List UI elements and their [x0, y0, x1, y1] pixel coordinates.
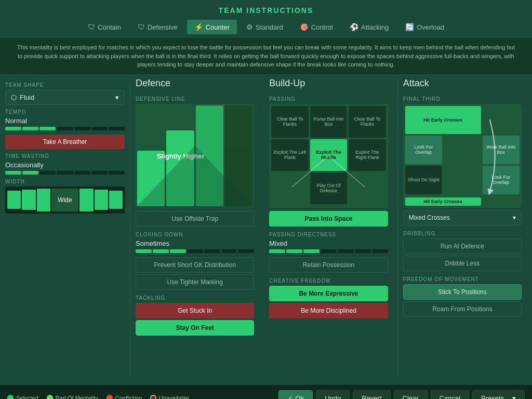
tab-control[interactable]: 🎯 Control — [292, 20, 340, 34]
retain-possession-button[interactable]: Retain Possession — [269, 257, 388, 273]
tab-standard-label: Standard — [256, 23, 283, 31]
passing-directness-value: Mixed — [269, 240, 388, 247]
defence-title: Defence — [136, 78, 254, 91]
presets-arrow-icon: ▾ — [512, 394, 516, 400]
cd-notch-1 — [136, 249, 152, 253]
ok-label: Ok — [296, 394, 304, 400]
width-strip-4 — [79, 189, 93, 211]
closing-down-label: CLOSING DOWN — [136, 232, 254, 237]
time-wasting-label: TIME WASTING — [5, 153, 125, 159]
defensive-line-diagram: Slightly Higher — [136, 104, 254, 208]
time-wasting-slider[interactable] — [5, 171, 125, 175]
pass-cell-clear-ball-right[interactable]: Clear Ball To Flanks — [349, 106, 385, 138]
defence-column: Defence DEFENSIVE LINE Slightly Higher U… — [130, 78, 259, 380]
freedom-of-movement-label: FREEDOM OF MOVEMENT — [403, 276, 522, 282]
tab-standard[interactable]: ⚙ Standard — [239, 20, 290, 34]
attack-diagram: Hit Early Crosses Look For Overlap Work … — [403, 104, 522, 208]
tab-overload[interactable]: 🔄 Overload — [398, 20, 451, 34]
mixed-crosses-arrow-icon: ▾ — [513, 214, 516, 221]
clear-button[interactable]: Clear — [394, 390, 428, 400]
tab-attacking[interactable]: ⚽ Attacking — [342, 20, 396, 34]
passing-directness-slider[interactable] — [269, 249, 388, 253]
cd-notch-7 — [238, 249, 254, 253]
buildup-title: Build-Up — [269, 78, 388, 91]
defence-triangle-overlay — [136, 145, 254, 208]
footer-buttons: ✓ Ok Undo Revert Clear Cancel Presets...… — [278, 390, 525, 400]
attack-work-ball[interactable]: Work Ball Into Box — [483, 136, 520, 164]
revert-button[interactable]: Revert — [353, 390, 390, 400]
tempo-slider[interactable] — [5, 127, 125, 130]
attack-shoot-on-sight[interactable]: Shoot On Sight — [405, 166, 442, 194]
unavailable-dot — [150, 395, 156, 399]
overload-icon: 🔄 — [405, 23, 414, 31]
tab-defensive[interactable]: 🛡 Defensive — [130, 20, 185, 34]
tempo-notch-5 — [74, 127, 90, 130]
ok-button[interactable]: ✓ Ok — [278, 390, 313, 400]
width-label: WIDTH — [5, 179, 125, 184]
atk-empty-2 — [444, 136, 481, 164]
undo-button[interactable]: Undo — [316, 390, 350, 400]
prevent-short-gk-button[interactable]: Prevent Short GK Distribution — [136, 257, 254, 273]
use-offside-trap-button[interactable]: Use Offside Trap — [136, 211, 254, 227]
dribbling-label: DRIBBLING — [403, 231, 522, 236]
passing-diagram: Clear Ball To Flanks Pump Ball Into Box … — [269, 104, 388, 208]
pd-notch-7 — [372, 249, 388, 253]
cancel-button[interactable]: Cancel — [431, 390, 469, 400]
attack-hit-early-crosses-bot[interactable]: Hit Early Crosses — [405, 197, 481, 206]
pass-cell-empty-1 — [349, 172, 385, 204]
header: TEAM INSTRUCTIONS — [0, 0, 532, 18]
closing-down-value: Sometimes — [136, 240, 254, 247]
time-wasting-value: Occasionally — [5, 161, 125, 169]
pass-cell-play-out[interactable]: Play Out Of Defence — [310, 172, 347, 204]
pass-cell-exploit-right[interactable]: Exploit The Right Flank — [349, 139, 385, 171]
creative-freedom-label: CREATIVE FREEDOM — [269, 278, 388, 284]
tab-overload-label: Overload — [417, 23, 444, 31]
tempo-notch-6 — [91, 127, 108, 130]
presets-button[interactable]: Presets... ▾ — [472, 390, 525, 400]
tempo-label: TEMPO — [5, 109, 125, 115]
pass-cell-exploit-middle[interactable]: Exploit The Middle — [310, 139, 347, 171]
tab-contain[interactable]: 🛡 Contain — [81, 20, 128, 34]
run-at-defence-button[interactable]: Run At Defence — [403, 238, 522, 254]
attack-column: Attack FINAL THIRD Hit Early Crosses Loo… — [397, 78, 527, 380]
tw-notch-4 — [57, 171, 73, 175]
stick-to-positions-button[interactable]: Stick To Positions — [403, 284, 522, 300]
tab-counter-label: Counter — [206, 23, 230, 31]
attack-look-for-overlap-bot[interactable]: Look For Overlap — [483, 166, 520, 194]
use-tighter-marking-button[interactable]: Use Tighter Marking — [136, 274, 254, 290]
pass-cell-exploit-left[interactable]: Exploit The Left Flank — [271, 139, 308, 171]
be-more-expressive-button[interactable]: Be More Expressive — [269, 286, 388, 301]
dribble-less-button[interactable]: Dribble Less — [403, 256, 522, 271]
cd-notch-3 — [170, 249, 186, 253]
legend-unavailable-label: Unavailable — [159, 395, 189, 399]
presets-label: Presets... — [481, 394, 510, 400]
tempo-notch-1 — [5, 127, 21, 130]
team-shape-dropdown[interactable]: ⬡ Fluid ▾ — [5, 90, 125, 105]
roam-from-positions-button[interactable]: Roam From Positions — [403, 301, 522, 317]
pass-into-space-button[interactable]: Pass Into Space — [269, 211, 388, 227]
attack-look-for-overlap-top[interactable]: Look For Overlap — [405, 136, 442, 164]
mixed-crosses-dropdown[interactable]: Mixed Crosses ▾ — [403, 210, 522, 225]
be-more-disciplined-button[interactable]: Be More Disciplined — [269, 303, 388, 318]
attack-hit-early-crosses-top[interactable]: Hit Early Crosses — [405, 106, 481, 135]
legend-conflicting-label: Conflicting — [115, 395, 142, 399]
pass-cell-pump-ball[interactable]: Pump Ball Into Box — [310, 106, 347, 138]
passing-directness-label: PASSING DIRECTNESS — [269, 232, 388, 237]
standard-icon: ⚙ — [246, 23, 253, 31]
tw-notch-7 — [109, 171, 125, 175]
attack-title: Attack — [403, 78, 522, 91]
tab-control-label: Control — [311, 23, 333, 31]
main-layout: TEAM SHAPE ⬡ Fluid ▾ TEMPO Normal Take A… — [0, 74, 532, 384]
legend: Selected Part Of Mentality Conflicting U… — [7, 395, 278, 399]
closing-down-slider[interactable] — [136, 249, 254, 253]
tab-counter[interactable]: ⚡ Counter — [187, 20, 237, 34]
take-breather-button[interactable]: Take A Breather — [5, 135, 125, 149]
legend-selected-label: Selected — [16, 395, 38, 399]
pass-cell-clear-ball-left[interactable]: Clear Ball To Flanks — [271, 106, 308, 138]
stay-on-feet-button[interactable]: Stay On Feet — [136, 320, 254, 336]
tempo-notch-2 — [22, 127, 38, 130]
final-third-label: FINAL THIRD — [403, 96, 522, 102]
width-visualizer: Wide — [5, 187, 125, 217]
tempo-value: Normal — [5, 117, 125, 125]
get-stuck-in-button[interactable]: Get Stuck In — [136, 303, 254, 318]
